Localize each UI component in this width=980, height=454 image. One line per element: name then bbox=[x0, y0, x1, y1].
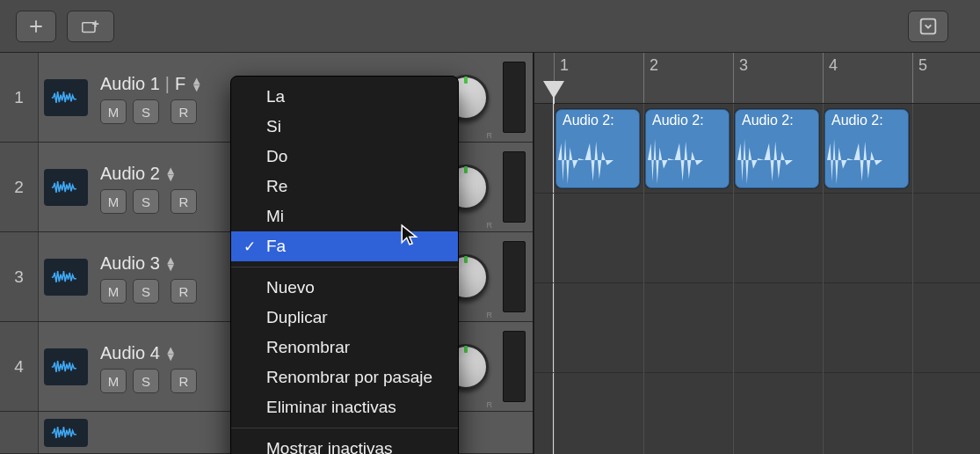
track-name: Audio 3 bbox=[100, 253, 160, 274]
track-icon-cell bbox=[39, 53, 93, 142]
record-button[interactable]: R bbox=[171, 189, 197, 214]
solo-button[interactable]: S bbox=[133, 189, 159, 214]
audio-region[interactable]: Audio 2: bbox=[735, 109, 819, 188]
level-meter bbox=[503, 241, 526, 312]
track-number: 3 bbox=[0, 232, 39, 321]
track-icon-cell bbox=[39, 412, 93, 453]
ruler-mark: 3 bbox=[733, 53, 748, 103]
menu-separator bbox=[231, 267, 458, 267]
region-label: Audio 2: bbox=[736, 110, 818, 128]
track-alt-selector-icon[interactable]: ▲▼ bbox=[165, 167, 177, 181]
pan-r: R bbox=[487, 400, 493, 409]
mute-button[interactable]: M bbox=[100, 99, 127, 124]
ruler[interactable]: 1 2 3 4 5 bbox=[534, 53, 980, 104]
menu-item-note[interactable]: Re bbox=[231, 172, 458, 201]
region-label: Audio 2: bbox=[825, 110, 908, 128]
menu-item-delete-inactive[interactable]: Eliminar inactivas bbox=[231, 392, 458, 422]
pan-r: R bbox=[487, 131, 493, 140]
menu-item-rename-by-region[interactable]: Renombrar por pasaje bbox=[231, 362, 458, 392]
ruler-mark: 4 bbox=[823, 53, 838, 103]
track-alt-selector-icon[interactable]: ▲▼ bbox=[165, 257, 177, 271]
audio-region[interactable]: Audio 2: bbox=[645, 109, 730, 188]
solo-button[interactable]: S bbox=[133, 369, 159, 393]
audio-waveform-icon bbox=[44, 348, 88, 385]
menu-item-duplicate[interactable]: Duplicar bbox=[231, 303, 458, 333]
menu-item-note[interactable]: ✓ Fa bbox=[231, 231, 458, 261]
solo-button[interactable]: S bbox=[133, 279, 159, 304]
track-alt-label: F bbox=[175, 74, 185, 94]
track-plus-icon bbox=[82, 18, 99, 35]
record-button[interactable]: R bbox=[171, 99, 197, 124]
region-label: Audio 2: bbox=[646, 110, 729, 128]
view-dropdown-button[interactable] bbox=[908, 11, 948, 42]
menu-item-note[interactable]: Si bbox=[231, 112, 458, 142]
playhead-icon[interactable] bbox=[543, 81, 564, 99]
track-number: 4 bbox=[0, 322, 39, 411]
mute-button[interactable]: M bbox=[100, 189, 127, 214]
timeline[interactable]: 1 2 3 4 5 Audio 2: Audio 2: bbox=[534, 53, 980, 454]
audio-region[interactable]: Audio 2: bbox=[824, 109, 909, 188]
record-button[interactable]: R bbox=[171, 369, 197, 393]
track-number: 2 bbox=[0, 143, 39, 231]
pan-r: R bbox=[487, 311, 493, 319]
mute-button[interactable]: M bbox=[100, 369, 127, 393]
menu-item-note[interactable]: La bbox=[231, 82, 458, 112]
menu-item-show-inactive[interactable]: Mostrar inactivas bbox=[231, 434, 458, 454]
track-alt-selector-icon[interactable]: ▲▼ bbox=[165, 347, 177, 361]
track-name: Audio 1 bbox=[100, 74, 160, 94]
region-label: Audio 2: bbox=[556, 110, 639, 128]
menu-item-new[interactable]: Nuevo bbox=[231, 273, 458, 303]
mute-button[interactable]: M bbox=[100, 279, 127, 304]
arrange-grid[interactable]: Audio 2: Audio 2: Audio 2: Audio 2: bbox=[534, 104, 980, 454]
record-button[interactable]: R bbox=[171, 279, 197, 304]
solo-button[interactable]: S bbox=[133, 99, 159, 124]
track-number bbox=[0, 412, 39, 453]
toolbar bbox=[0, 0, 980, 53]
ruler-mark: 5 bbox=[912, 53, 927, 103]
chevron-down-box-icon bbox=[919, 18, 937, 35]
menu-item-note[interactable]: Mi bbox=[231, 201, 458, 231]
menu-item-note[interactable]: Do bbox=[231, 142, 458, 172]
main-area: 1 Audio 1 | F ▲▼ M S R bbox=[0, 53, 980, 454]
level-meter bbox=[503, 331, 526, 402]
add-track-button[interactable] bbox=[67, 11, 114, 42]
pan-r: R bbox=[487, 221, 493, 230]
svg-rect-1 bbox=[921, 18, 936, 33]
ruler-mark: 2 bbox=[643, 53, 658, 103]
level-meter bbox=[503, 151, 526, 223]
audio-region[interactable]: Audio 2: bbox=[555, 109, 640, 188]
audio-waveform-icon bbox=[44, 259, 88, 296]
audio-waveform-icon bbox=[44, 419, 88, 447]
add-button[interactable] bbox=[16, 11, 56, 42]
level-meter bbox=[503, 62, 526, 133]
menu-item-rename[interactable]: Renombrar bbox=[231, 333, 458, 362]
menu-separator bbox=[231, 428, 458, 428]
audio-waveform-icon bbox=[44, 79, 88, 116]
audio-waveform-icon bbox=[44, 169, 88, 206]
track-name: Audio 4 bbox=[100, 343, 160, 363]
track-icon-cell bbox=[39, 232, 93, 321]
menu-item-label: Fa bbox=[266, 237, 286, 255]
track-icon-cell bbox=[39, 322, 93, 411]
track-icon-cell bbox=[39, 143, 93, 231]
track-name-sep: | bbox=[165, 74, 170, 94]
track-number: 1 bbox=[0, 53, 39, 142]
track-alt-context-menu: La Si Do Re Mi ✓ Fa Nuevo Duplicar Renom… bbox=[230, 76, 459, 454]
check-icon: ✓ bbox=[243, 236, 256, 259]
plus-icon bbox=[27, 18, 45, 35]
track-name: Audio 2 bbox=[100, 164, 160, 184]
track-alt-selector-icon[interactable]: ▲▼ bbox=[191, 77, 202, 92]
